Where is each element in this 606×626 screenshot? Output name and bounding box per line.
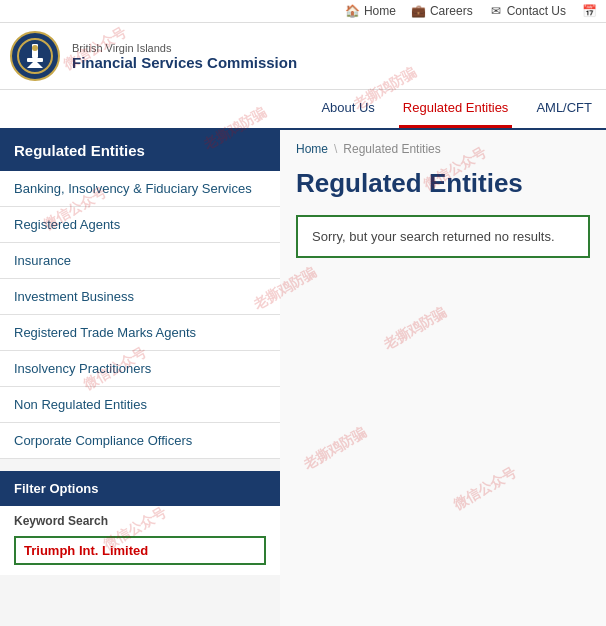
briefcase-icon: 💼	[412, 4, 426, 18]
filter-section: Keyword Search	[0, 506, 280, 575]
company-name: Financial Services Commission	[72, 54, 297, 71]
nav-regulated-entities[interactable]: Regulated Entities	[399, 90, 513, 128]
calendar-link[interactable]: 📅	[582, 4, 596, 18]
envelope-icon: ✉	[489, 4, 503, 18]
sidebar: Regulated Entities Banking, Insolvency &…	[0, 130, 280, 626]
nav-about[interactable]: About Us	[317, 90, 378, 128]
filter-header: Filter Options	[0, 471, 280, 506]
contact-label: Contact Us	[507, 4, 566, 18]
filter-label: Keyword Search	[0, 506, 280, 532]
sidebar-item-insurance[interactable]: Insurance	[0, 243, 280, 279]
calendar-icon: 📅	[582, 4, 596, 18]
main-content: Home \ Regulated Entities Regulated Enti…	[280, 130, 606, 626]
sidebar-item-banking[interactable]: Banking, Insolvency & Fiduciary Services	[0, 171, 280, 207]
breadcrumb-separator: \	[334, 142, 337, 156]
page-title: Regulated Entities	[296, 168, 590, 199]
nav-aml-cft[interactable]: AML/CFT	[532, 90, 596, 128]
breadcrumb: Home \ Regulated Entities	[296, 142, 590, 156]
careers-link[interactable]: 💼 Careers	[412, 4, 473, 18]
page-layout: Regulated Entities Banking, Insolvency &…	[0, 130, 606, 626]
sidebar-item-non-regulated[interactable]: Non Regulated Entities	[0, 387, 280, 423]
sidebar-header: Regulated Entities	[0, 130, 280, 171]
bvi-label: British Virgin Islands	[72, 42, 297, 54]
top-navigation: 🏠 Home 💼 Careers ✉ Contact Us 📅	[0, 0, 606, 23]
careers-label: Careers	[430, 4, 473, 18]
sidebar-item-trade-marks[interactable]: Registered Trade Marks Agents	[0, 315, 280, 351]
breadcrumb-current: Regulated Entities	[343, 142, 440, 156]
sidebar-item-registered-agents[interactable]: Registered Agents	[0, 207, 280, 243]
no-results-message: Sorry, but your search returned no resul…	[296, 215, 590, 258]
logo-symbol	[15, 36, 55, 76]
breadcrumb-home[interactable]: Home	[296, 142, 328, 156]
home-link[interactable]: 🏠 Home	[346, 4, 396, 18]
contact-link[interactable]: ✉ Contact Us	[489, 4, 566, 18]
home-label: Home	[364, 4, 396, 18]
site-header: British Virgin Islands Financial Service…	[0, 23, 606, 90]
logo-circle	[10, 31, 60, 81]
filter-input-wrap	[0, 532, 280, 575]
svg-point-4	[32, 45, 38, 51]
main-navigation: About Us Regulated Entities AML/CFT	[0, 90, 606, 130]
sidebar-item-insolvency[interactable]: Insolvency Practitioners	[0, 351, 280, 387]
keyword-search-input[interactable]	[14, 536, 266, 565]
sidebar-item-compliance[interactable]: Corporate Compliance Officers	[0, 423, 280, 459]
home-icon: 🏠	[346, 4, 360, 18]
logo-text: British Virgin Islands Financial Service…	[72, 42, 297, 71]
sidebar-item-investment[interactable]: Investment Business	[0, 279, 280, 315]
